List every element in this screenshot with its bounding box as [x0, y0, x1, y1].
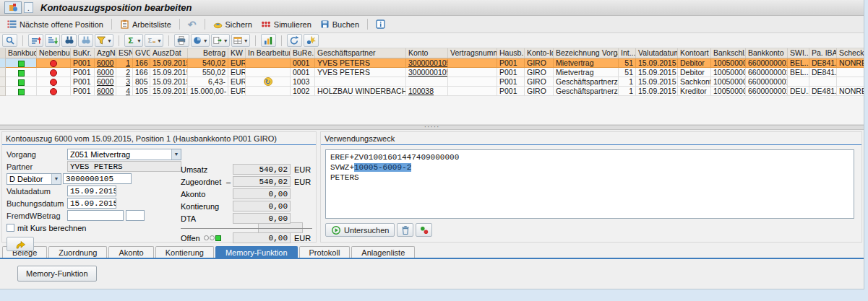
column-header-valuta[interactable]: Valutadatum: [636, 48, 678, 58]
cell-azgnr[interactable]: 6000: [95, 68, 116, 77]
cell-link-azgnr[interactable]: 6000: [97, 77, 113, 86]
horizontal-splitter[interactable]: ·····: [0, 125, 864, 130]
fremdwbetrag-field[interactable]: [67, 210, 124, 221]
transaction-icon[interactable]: [4, 1, 22, 14]
column-header-auszdat[interactable]: AuszDat: [150, 48, 188, 58]
untersuchen-button[interactable]: Untersuchen: [325, 223, 395, 237]
vorgang-select[interactable]: Z051 Mietvertrag ▼: [67, 149, 181, 160]
table-row[interactable]: P0016000116615.09.2015540,02EUR0001YVES …: [0, 58, 864, 68]
column-header-betrag[interactable]: Betrag: [188, 48, 228, 58]
naechste-offene-position-button[interactable]: Nächste offene Position: [3, 18, 108, 30]
mit-kurs-checkbox[interactable]: [7, 224, 14, 232]
column-header-bankkonto[interactable]: Bankkonto: [746, 48, 788, 58]
views-icon[interactable]: ▼: [191, 34, 210, 47]
cell-esnr[interactable]: 3: [116, 77, 133, 87]
kontonummer-field[interactable]: 3000000105: [63, 173, 132, 184]
refresh-icon[interactable]: [287, 34, 302, 47]
uebernehmen-button[interactable]: [7, 237, 34, 251]
column-header-kw[interactable]: KW: [228, 48, 246, 58]
info-button[interactable]: [371, 18, 390, 30]
cell-konto[interactable]: 3000000105: [406, 68, 448, 77]
table-row[interactable]: P0016000380515.09.20156,43-EUR↻1003P001G…: [0, 77, 864, 87]
cell-link-konto[interactable]: 3000000105: [408, 68, 448, 77]
cell-link-konto[interactable]: 100038: [408, 87, 434, 95]
print-icon[interactable]: [174, 34, 189, 47]
buchen-button[interactable]: Buchen: [316, 18, 364, 30]
cell-link-konto[interactable]: 3000000105: [408, 58, 448, 67]
cell-esnr[interactable]: 2: [116, 68, 133, 77]
column-header-swi[interactable]: SWI...: [788, 48, 809, 58]
graphic-icon[interactable]: [261, 34, 276, 47]
column-header-azgnr[interactable]: AzgNr: [95, 48, 116, 58]
column-header-paiban[interactable]: Pa. IBAN: [809, 48, 837, 58]
cell-link-azgnr[interactable]: 6000: [97, 87, 113, 95]
workflow-icon[interactable]: [304, 34, 319, 47]
table-row[interactable]: P0016000216615.09.2015550,02EUR0001YVES …: [0, 68, 864, 77]
column-header-scheck[interactable]: Scheck/: [837, 48, 864, 58]
sort-ascending-icon[interactable]: [28, 34, 43, 47]
column-header-konto[interactable]: Konto: [406, 48, 448, 58]
column-header-vertrag[interactable]: Vertragsnummer: [448, 48, 497, 58]
cell-konto[interactable]: 3000000105: [406, 58, 448, 68]
find-next-icon[interactable]: [78, 34, 93, 47]
choose-layout-icon[interactable]: ▼: [231, 34, 250, 47]
cell-link-azgnr[interactable]: 6000: [97, 68, 113, 77]
tab-anlagenliste[interactable]: Anlagenliste: [351, 246, 415, 258]
cell-esnr[interactable]: 1: [116, 58, 133, 68]
cell-azgnr[interactable]: 6000: [95, 58, 116, 68]
column-header-hausb[interactable]: Hausb...: [497, 48, 525, 58]
cell-link-esnr[interactable]: 2: [126, 68, 130, 77]
title-prefix-box[interactable]: .: [24, 2, 33, 13]
row-selector-header[interactable]: [0, 48, 6, 58]
cell-link-esnr[interactable]: 4: [126, 87, 130, 95]
row-selector[interactable]: [0, 87, 6, 96]
export-icon[interactable]: ▼: [211, 34, 230, 47]
table-row[interactable]: P0016000410515.09.201515.000,00-EUR1002H…: [0, 87, 864, 96]
column-header-kontoart[interactable]: Kontoart: [678, 48, 711, 58]
valutadatum-field[interactable]: 15.09.2015: [67, 186, 116, 196]
kontotyp-select[interactable]: D Debitor ▼: [7, 173, 61, 185]
column-header-gvc[interactable]: GVC: [133, 48, 150, 58]
row-selector[interactable]: [0, 58, 6, 68]
memory-funktion-button[interactable]: Memory-Funktion: [17, 266, 97, 282]
cell-azgnr[interactable]: 6000: [95, 77, 116, 87]
row-selector[interactable]: [0, 77, 6, 87]
filter-icon[interactable]: ▼: [95, 34, 113, 47]
column-header-int[interactable]: Int...: [619, 48, 636, 58]
column-header-bearb[interactable]: In Bearbeitung: [246, 48, 291, 58]
column-header-partner[interactable]: Geschäftspartner: [315, 48, 406, 58]
note-status-button[interactable]: [416, 223, 432, 237]
column-header-nebenbuch[interactable]: Nebenbuch: [37, 48, 71, 58]
simulieren-button[interactable]: Simulieren: [257, 18, 316, 30]
cell-konto[interactable]: 100038: [406, 87, 448, 96]
column-header-bezeich[interactable]: Bezeichnung Vorgang: [554, 48, 619, 58]
cell-link-esnr[interactable]: 1: [126, 58, 130, 67]
column-header-bukr[interactable]: BuKr.: [71, 48, 95, 58]
sort-descending-icon[interactable]: [45, 34, 60, 47]
partner-field[interactable]: YVES PETERS: [67, 161, 181, 172]
column-header-bure[interactable]: BuRe...: [291, 48, 315, 58]
verwendungszweck-textarea[interactable]: EREF+ZV01001601447409000000 SVWZ+10005-6…: [325, 149, 854, 219]
cell-link-azgnr[interactable]: 6000: [97, 58, 113, 67]
cell-azgnr[interactable]: 6000: [95, 87, 116, 96]
arbeitsliste-button[interactable]: Arbeitsliste: [116, 18, 176, 30]
fremdwaehrung-field[interactable]: [126, 210, 145, 221]
undo-button[interactable]: ↶: [184, 19, 201, 30]
buchungsdatum-field[interactable]: 15.09.2015: [67, 198, 116, 209]
subtotal-icon[interactable]: Σ▼: [145, 34, 163, 47]
chevron-down-icon[interactable]: ▼: [51, 174, 61, 184]
detail-icon[interactable]: [2, 34, 17, 47]
delete-button[interactable]: [397, 223, 413, 237]
find-icon[interactable]: [61, 34, 77, 47]
cell-link-esnr[interactable]: 3: [126, 77, 130, 86]
column-header-bankbuch[interactable]: Bankbuch: [6, 48, 37, 58]
cell-esnr[interactable]: 4: [116, 87, 133, 96]
sichern-button[interactable]: Sichern: [209, 18, 257, 30]
chevron-down-icon[interactable]: ▼: [171, 149, 181, 160]
column-header-kontoid[interactable]: Konto-Id: [525, 48, 554, 58]
column-header-bankschl[interactable]: Bankschl.: [711, 48, 746, 58]
column-header-esnr[interactable]: ESNr: [116, 48, 133, 58]
splitter-handle[interactable]: ·····: [424, 123, 440, 131]
row-selector[interactable]: [0, 68, 6, 77]
sum-icon[interactable]: Σ▼: [124, 34, 143, 47]
